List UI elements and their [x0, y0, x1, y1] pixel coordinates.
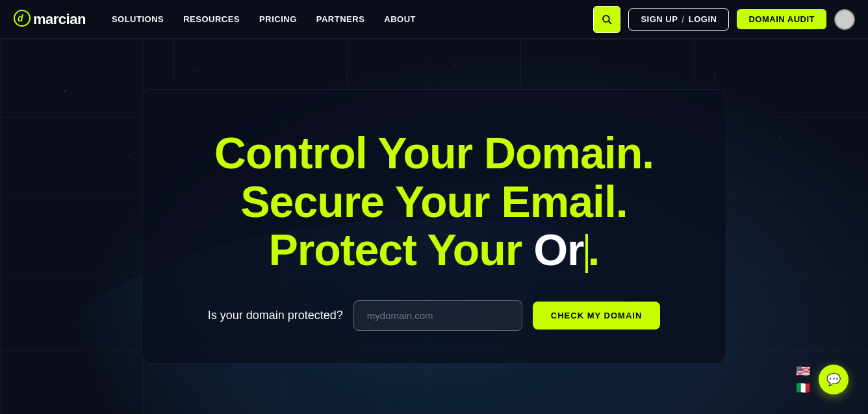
- search-icon: [601, 14, 613, 25]
- domain-input[interactable]: [353, 300, 522, 331]
- nav-solutions[interactable]: SOLUTIONS: [112, 14, 164, 24]
- nav-right: SIGN UP / LOGIN DOMAIN AUDIT: [593, 6, 855, 33]
- nav-partners[interactable]: PARTNERS: [316, 14, 365, 24]
- svg-point-2: [603, 16, 609, 22]
- user-avatar[interactable]: [834, 9, 855, 30]
- chat-widget[interactable]: 💬: [819, 365, 849, 395]
- headline-line2: Secure Your Email.: [194, 177, 674, 226]
- nav-pricing[interactable]: PRICING: [259, 14, 297, 24]
- headline-line3: Protect Your Or.: [194, 226, 674, 274]
- hero-headline: Control Your Domain. Secure Your Email. …: [194, 129, 674, 274]
- nav-about[interactable]: ABOUT: [384, 14, 416, 24]
- sign-up-label: SIGN UP: [641, 14, 678, 24]
- chat-icon: 💬: [826, 372, 841, 387]
- hero-section: Control Your Domain. Secure Your Email. …: [0, 39, 868, 414]
- auth-separator: /: [682, 14, 684, 25]
- logo-text: marcian: [33, 11, 86, 28]
- check-domain-button[interactable]: CHECK MY DOMAIN: [533, 302, 660, 330]
- svg-text:d: d: [18, 13, 23, 23]
- avatar-image: [836, 10, 854, 29]
- hero-card: Control Your Domain. Secure Your Email. …: [142, 89, 726, 364]
- language-flags: 🇺🇸 🇮🇹: [793, 365, 813, 395]
- nav-resources[interactable]: RESOURCES: [183, 14, 240, 24]
- headline-line3-suffix: .: [588, 225, 600, 274]
- domain-audit-button[interactable]: DOMAIN AUDIT: [737, 9, 826, 29]
- logo[interactable]: d marcian: [13, 9, 86, 30]
- auth-button[interactable]: SIGN UP / LOGIN: [628, 8, 729, 31]
- login-label: LOGIN: [689, 14, 717, 24]
- svg-line-3: [609, 21, 611, 23]
- navbar: d marcian SOLUTIONS RESOURCES PRICING PA…: [0, 0, 868, 39]
- headline-line3-prefix: Protect Your: [269, 225, 534, 274]
- headline-line1: Control Your Domain.: [194, 129, 674, 177]
- domain-check-row: Is your domain protected? CHECK MY DOMAI…: [194, 300, 674, 331]
- search-button[interactable]: [593, 6, 620, 33]
- logo-symbol: d: [13, 9, 31, 30]
- nav-links: SOLUTIONS RESOURCES PRICING PARTNERS ABO…: [112, 14, 594, 24]
- flag-english[interactable]: 🇺🇸: [793, 365, 813, 378]
- flag-italian[interactable]: 🇮🇹: [793, 382, 813, 395]
- domain-check-label: Is your domain protected?: [208, 309, 343, 322]
- headline-typed: Or: [533, 225, 583, 274]
